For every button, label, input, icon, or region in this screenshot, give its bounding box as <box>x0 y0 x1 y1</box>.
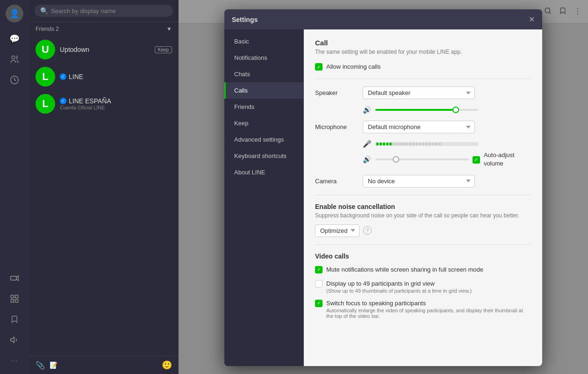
user-avatar[interactable]: 👤 <box>6 5 23 22</box>
settings-sidebar: Basic Notifications Chats Calls Friends … <box>224 29 304 366</box>
svg-rect-4 <box>11 295 14 298</box>
video-option-2-checkbox[interactable] <box>315 280 323 288</box>
friends-collapse-icon[interactable]: ▼ <box>166 26 172 32</box>
friend-item-line[interactable]: L ✓ LINE <box>29 63 179 90</box>
camera-label: Camera <box>315 178 357 185</box>
friends-count-label: Friends 2 <box>36 26 59 32</box>
friend-item-uptodown[interactable]: U Uptodown Keep <box>29 36 179 63</box>
modal-overlay: Settings ✕ Basic Notifications Chats Cal… <box>179 0 588 374</box>
mic-seg-7 <box>396 143 398 145</box>
settings-item-notifications[interactable]: Notifications <box>224 50 303 66</box>
mic-seg-9 <box>402 143 405 145</box>
attach-icon[interactable]: 📎 <box>36 361 45 370</box>
modal-body: Basic Notifications Chats Calls Friends … <box>224 29 542 366</box>
friend-name-uptodown: Uptodown <box>60 46 150 53</box>
svg-rect-6 <box>11 300 14 302</box>
settings-item-calls[interactable]: Calls <box>224 82 303 99</box>
mic-seg-15 <box>422 143 424 145</box>
noise-section-title: Enable noise cancellation <box>315 203 531 210</box>
settings-item-keep[interactable]: Keep <box>224 115 303 131</box>
friend-item-line-espana[interactable]: L ✓ LINE ESPAÑA Cuenta Oficial LINE <box>29 90 179 117</box>
sidebar-icon-friends[interactable] <box>6 50 23 68</box>
friend-info-line: ✓ LINE <box>60 73 172 80</box>
camera-dropdown[interactable]: No device <box>363 175 475 187</box>
mic-level-row: 🎤 <box>363 140 531 148</box>
auto-adjust-checkbox[interactable] <box>473 156 480 164</box>
sidebar-icon-video[interactable] <box>6 269 23 287</box>
allow-incoming-calls-checkbox[interactable] <box>315 63 323 71</box>
noise-dropdown[interactable]: Optimized Off Standard <box>315 224 359 237</box>
sidebar-icon-bookmark[interactable] <box>6 310 23 328</box>
call-section-title: Call <box>315 39 531 47</box>
allow-incoming-calls-row: Allow incoming calls <box>315 63 531 71</box>
bottom-toolbar: 📎 📝 🙂 <box>29 356 179 374</box>
mic-seg-14 <box>419 143 421 145</box>
output-slider[interactable] <box>375 158 469 160</box>
auto-adjust-label: Auto-adjust volume <box>484 151 531 168</box>
search-bar: 🔍 <box>29 0 179 22</box>
main-panel: 🔍 Friends 2 ▼ U Uptodown Keep L ✓ LINE <box>29 0 179 374</box>
speaker-dropdown[interactable]: Default speaker Speakers (Realtek Audio)… <box>363 86 475 99</box>
mic-seg-20 <box>438 143 441 145</box>
allow-incoming-calls-label: Allow incoming calls <box>326 63 380 71</box>
friend-info-line-espana: ✓ LINE ESPAÑA Cuenta Oficial LINE <box>60 97 172 110</box>
noise-row: Optimized Off Standard ? <box>315 224 531 237</box>
svg-rect-5 <box>15 295 18 298</box>
mic-seg-2 <box>380 143 382 145</box>
sidebar-icon-gallery[interactable] <box>6 290 23 308</box>
right-area: ⋮ Settings ✕ Basic Notifications Chats C… <box>179 0 588 374</box>
settings-content: Call The same setting will be enabled fo… <box>304 29 542 366</box>
left-sidebar: 👤 💬 ··· <box>0 0 29 374</box>
microphone-dropdown[interactable]: Default microphone Microphone (Realtek A… <box>363 121 475 133</box>
sidebar-icon-speaker[interactable] <box>6 331 23 349</box>
video-option-3-label: Switch focus to speaking participants <box>326 299 531 308</box>
settings-item-basic[interactable]: Basic <box>224 33 303 50</box>
friend-name-line: ✓ LINE <box>60 73 172 80</box>
mic-seg-19 <box>435 143 437 145</box>
note-icon[interactable]: 📝 <box>50 361 57 369</box>
call-section-subtitle: The same setting will be enabled for you… <box>315 49 531 55</box>
svg-marker-8 <box>11 337 14 343</box>
noise-section-subtitle: Suppress background noise on your side o… <box>315 212 531 219</box>
official-badge-espana: ✓ <box>60 98 66 104</box>
microphone-row: Microphone Default microphone Microphone… <box>315 121 531 133</box>
video-option-2-row: Display up to 49 participants in grid vi… <box>315 280 531 294</box>
video-calls-title: Video calls <box>315 252 531 260</box>
friend-info-uptodown: Uptodown <box>60 46 150 53</box>
video-option-1-label: Mute notifications while screen sharing … <box>326 266 483 274</box>
modal-title: Settings <box>232 16 258 23</box>
mic-seg-13 <box>416 143 418 145</box>
sidebar-icon-chat[interactable]: 💬 <box>6 30 23 48</box>
speaker-row: Speaker Default speaker Speakers (Realte… <box>315 86 531 99</box>
mic-seg-10 <box>406 143 408 145</box>
mic-seg-8 <box>399 143 402 145</box>
video-option-3-row: Switch focus to speaking participants Au… <box>315 299 531 319</box>
camera-row: Camera No device <box>315 175 531 187</box>
noise-info-icon[interactable]: ? <box>363 226 372 235</box>
settings-item-about[interactable]: About LINE <box>224 164 303 180</box>
friend-sub-line-espana: Cuenta Oficial LINE <box>60 105 172 110</box>
search-input[interactable] <box>51 7 167 14</box>
settings-item-chats[interactable]: Chats <box>224 66 303 82</box>
svg-rect-7 <box>15 300 18 302</box>
video-option-2-label: Display up to 49 participants in grid vi… <box>326 280 472 288</box>
friends-header: Friends 2 ▼ <box>29 22 179 36</box>
video-option-3-sub: Automatically enlarge the video of speak… <box>326 308 531 319</box>
modal-header: Settings ✕ <box>224 9 542 29</box>
settings-item-keyboard[interactable]: Keyboard shortcuts <box>224 148 303 164</box>
sidebar-icon-more[interactable]: ··· <box>6 352 23 369</box>
speaker-volume-row: 🔊 <box>363 106 531 114</box>
svg-point-0 <box>12 56 15 59</box>
video-option-1-checkbox[interactable] <box>315 266 323 273</box>
video-option-3-checkbox[interactable] <box>315 300 323 307</box>
sidebar-icon-history[interactable] <box>6 71 23 89</box>
output-volume-icon: 🔊 <box>363 155 372 164</box>
speaker-label: Speaker <box>315 89 357 96</box>
speaker-volume-slider[interactable] <box>375 109 478 111</box>
settings-item-friends[interactable]: Friends <box>224 99 303 115</box>
settings-item-advanced[interactable]: Advanced settings <box>224 131 303 148</box>
modal-close-button[interactable]: ✕ <box>529 15 535 24</box>
friend-avatar-uptodown: U <box>36 40 55 59</box>
emoji-button[interactable]: 🙂 <box>162 360 172 370</box>
divider-3 <box>315 245 531 245</box>
